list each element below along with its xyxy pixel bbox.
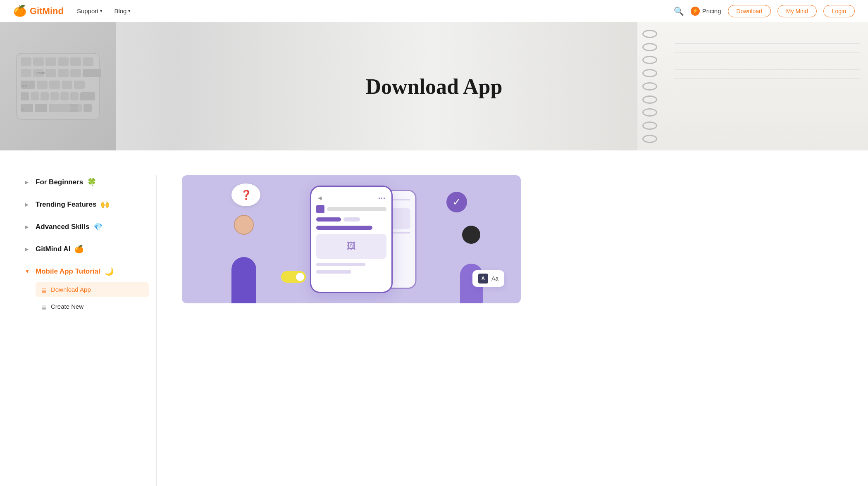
sidebar-item-ai: ▶ GitMind AI 🍊	[25, 242, 149, 256]
svg-rect-4	[58, 57, 69, 66]
svg-rect-21	[50, 92, 59, 100]
sidebar-advanced-label: Advanced Skills	[36, 223, 89, 231]
sidebar-trending-label: Trending Features	[36, 200, 96, 209]
svg-rect-24	[80, 92, 95, 100]
sidebar-mobile-emoji: 🌙	[105, 267, 114, 276]
chevron-right-icon: ▶	[25, 246, 31, 252]
sidebar-divider	[156, 175, 157, 486]
illustration-inner: ❓ 🖼	[182, 175, 521, 303]
svg-rect-12	[83, 69, 101, 77]
nav-support[interactable]: Support ▾	[77, 7, 103, 14]
sidebar-beginners-emoji: 🍀	[87, 178, 96, 187]
svg-rect-16	[62, 81, 72, 89]
sidebar-subitem-download-app-label: Download App	[51, 286, 91, 293]
sidebar-item-trending: ▶ Trending Features 🙌	[25, 198, 149, 212]
sidebar-ai-label: GitMind AI	[36, 245, 70, 253]
chevron-right-icon: ▶	[25, 202, 31, 207]
sidebar-item-beginners: ▶ For Beginners 🍀	[25, 175, 149, 189]
content-illustration: ❓ 🖼	[182, 175, 521, 303]
svg-rect-17	[74, 81, 85, 89]
svg-rect-11	[70, 69, 81, 77]
person-right	[446, 212, 496, 303]
thought-bubble: ❓	[231, 183, 260, 206]
svg-rect-23	[70, 92, 79, 100]
sidebar-item-mobile-header[interactable]: ▼ Mobile App Tutorial 🌙	[25, 264, 149, 279]
person-left-body	[231, 257, 256, 303]
svg-text:return: return	[36, 71, 45, 75]
sidebar-ai-emoji: 🍊	[74, 245, 83, 254]
phone-mockup-front: ◀	[310, 186, 393, 293]
navbar: 🍊 GitMind Support ▾ Blog ▾ 🔍 ⚡ Pricing D…	[0, 0, 868, 22]
pricing-label: Pricing	[702, 7, 721, 14]
svg-rect-6	[83, 57, 93, 66]
hero-title: Download App	[366, 74, 503, 99]
svg-rect-19	[31, 92, 39, 100]
check-icon-badge: ✓	[446, 192, 467, 212]
svg-rect-5	[70, 57, 81, 66]
content-area: ❓ 🖼	[157, 175, 868, 486]
chevron-down-icon: ▾	[128, 8, 131, 14]
hero-banner: return shift fn Download App	[0, 22, 868, 150]
download-button[interactable]: Download	[728, 5, 771, 17]
navbar-right: 🔍 ⚡ Pricing Download My Mind Login	[674, 5, 855, 17]
svg-rect-28	[83, 104, 92, 112]
login-button[interactable]: Login	[823, 5, 855, 17]
sidebar: ▶ For Beginners 🍀 ▶ Trending Features 🙌 …	[0, 175, 157, 486]
svg-rect-7	[21, 69, 31, 77]
person-left-head	[234, 215, 254, 235]
sidebar-beginners-label: For Beginners	[36, 178, 83, 186]
svg-rect-14	[37, 81, 48, 89]
svg-rect-20	[41, 92, 49, 100]
svg-rect-3	[45, 57, 56, 66]
nav-support-label: Support	[77, 7, 99, 14]
chevron-right-icon: ▶	[25, 224, 31, 230]
sidebar-item-beginners-header[interactable]: ▶ For Beginners 🍀	[25, 175, 149, 189]
mymind-button[interactable]: My Mind	[777, 5, 817, 17]
pricing-icon: ⚡	[691, 7, 700, 16]
main-content: ▶ For Beginners 🍀 ▶ Trending Features 🙌 …	[0, 150, 868, 486]
svg-rect-30	[70, 108, 78, 112]
text-style-card: A Aa	[472, 270, 504, 287]
sidebar-subitem-create-new-label: Create New	[51, 303, 83, 310]
logo[interactable]: 🍊 GitMind	[13, 5, 64, 17]
nav-blog-label: Blog	[114, 7, 126, 14]
sidebar-item-mobile: ▼ Mobile App Tutorial 🌙 ▤ Download App ▤…	[25, 264, 149, 314]
sidebar-advanced-emoji: 💎	[93, 222, 103, 231]
svg-rect-1	[21, 57, 31, 66]
nav-links: Support ▾ Blog ▾	[77, 7, 131, 14]
sidebar-subitem-download-app[interactable]: ▤ Download App	[36, 282, 149, 297]
svg-rect-29	[70, 104, 78, 107]
svg-rect-9	[45, 69, 56, 77]
svg-rect-2	[33, 57, 44, 66]
svg-text:fn: fn	[21, 108, 24, 111]
sidebar-item-ai-header[interactable]: ▶ GitMind AI 🍊	[25, 242, 149, 256]
toggle-dot	[296, 273, 304, 281]
svg-rect-26	[35, 104, 47, 112]
person-left	[215, 204, 273, 303]
svg-rect-22	[60, 92, 69, 100]
nav-blog[interactable]: Blog ▾	[114, 7, 131, 14]
sidebar-item-advanced: ▶ Advanced Skills 💎	[25, 220, 149, 234]
pricing-link[interactable]: ⚡ Pricing	[691, 7, 721, 16]
search-icon[interactable]: 🔍	[674, 6, 684, 16]
hero-keyboard-decoration: return shift fn	[0, 22, 116, 150]
sidebar-trending-emoji: 🙌	[100, 200, 110, 209]
document-icon: ▤	[41, 286, 47, 293]
svg-text:shift: shift	[21, 85, 27, 88]
hero-notebook-decoration	[637, 22, 868, 150]
sidebar-subitem-create-new[interactable]: ▤ Create New	[36, 299, 149, 314]
sidebar-mobile-label: Mobile App Tutorial	[36, 267, 100, 276]
sidebar-mobile-children: ▤ Download App ▤ Create New	[36, 282, 149, 314]
person-right-head	[462, 226, 480, 244]
sidebar-item-advanced-header[interactable]: ▶ Advanced Skills 💎	[25, 220, 149, 234]
logo-text: GitMind	[30, 6, 64, 17]
svg-rect-18	[21, 92, 29, 100]
chevron-down-icon: ▾	[100, 8, 103, 14]
sidebar-item-trending-header[interactable]: ▶ Trending Features 🙌	[25, 198, 149, 212]
svg-rect-15	[49, 81, 60, 89]
document-icon: ▤	[41, 303, 47, 310]
chevron-down-icon: ▼	[25, 269, 31, 274]
chevron-right-icon: ▶	[25, 179, 31, 185]
toggle-switch[interactable]	[281, 271, 306, 283]
svg-rect-10	[58, 69, 69, 77]
